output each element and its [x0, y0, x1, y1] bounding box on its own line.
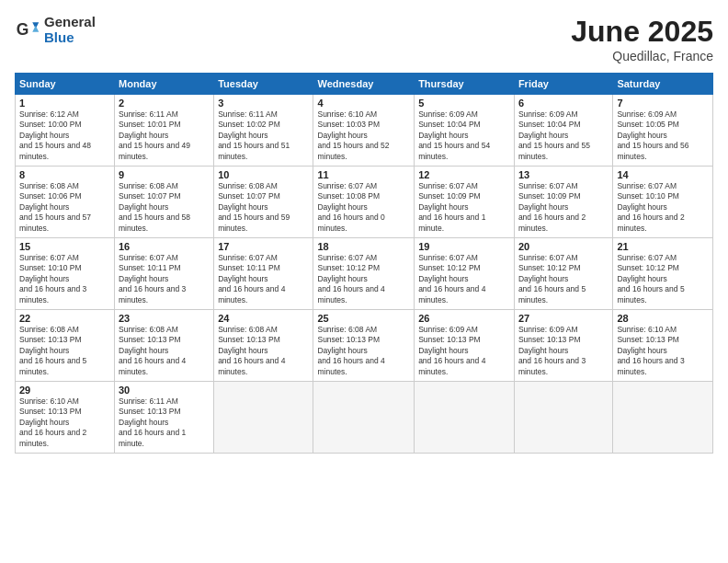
table-row: 20 Sunrise: 6:07 AMSunset: 10:12 PMDayli… — [514, 238, 612, 310]
day-info: Sunrise: 6:07 AMSunset: 10:12 PMDaylight… — [518, 253, 586, 304]
table-row: 25 Sunrise: 6:08 AMSunset: 10:13 PMDayli… — [313, 310, 415, 382]
day-number: 19 — [418, 241, 510, 252]
table-row: 9 Sunrise: 6:08 AMSunset: 10:07 PMDaylig… — [115, 167, 214, 238]
table-row: 2 Sunrise: 6:11 AMSunset: 10:01 PMDaylig… — [115, 95, 214, 167]
day-number: 28 — [617, 313, 709, 324]
day-info: Sunrise: 6:08 AMSunset: 10:13 PMDaylight… — [119, 325, 186, 376]
day-number: 10 — [218, 169, 309, 180]
day-info: Sunrise: 6:07 AMSunset: 10:10 PMDaylight… — [19, 253, 86, 304]
title-block: June 2025 Quedillac, France — [571, 15, 713, 63]
day-number: 24 — [218, 313, 309, 324]
day-info: Sunrise: 6:07 AMSunset: 10:11 PMDaylight… — [119, 253, 186, 304]
day-info: Sunrise: 6:08 AMSunset: 10:07 PMDaylight… — [218, 181, 290, 233]
table-row: 8 Sunrise: 6:08 AMSunset: 10:06 PMDaylig… — [16, 167, 115, 238]
day-number: 27 — [518, 313, 609, 324]
table-row — [214, 382, 313, 454]
day-info: Sunrise: 6:07 AMSunset: 10:12 PMDaylight… — [418, 253, 485, 304]
table-row: 3 Sunrise: 6:11 AMSunset: 10:02 PMDaylig… — [214, 95, 313, 167]
table-row: 30 Sunrise: 6:11 AMSunset: 10:13 PMDayli… — [115, 382, 214, 454]
day-number: 25 — [317, 313, 410, 324]
day-number: 1 — [19, 98, 110, 109]
col-wednesday: Wednesday — [313, 74, 415, 95]
table-row: 28 Sunrise: 6:10 AMSunset: 10:13 PMDayli… — [613, 310, 713, 382]
table-row: 6 Sunrise: 6:09 AMSunset: 10:04 PMDaylig… — [514, 95, 612, 167]
title-location: Quedillac, France — [571, 49, 713, 63]
day-info: Sunrise: 6:07 AMSunset: 10:12 PMDaylight… — [617, 253, 684, 304]
table-row: 29 Sunrise: 6:10 AMSunset: 10:13 PMDayli… — [16, 382, 115, 454]
day-info: Sunrise: 6:11 AMSunset: 10:02 PMDaylight… — [218, 109, 290, 161]
table-row: 14 Sunrise: 6:07 AMSunset: 10:10 PMDayli… — [613, 167, 713, 238]
col-tuesday: Tuesday — [214, 74, 313, 95]
day-info: Sunrise: 6:08 AMSunset: 10:13 PMDaylight… — [19, 325, 86, 376]
table-row: 5 Sunrise: 6:09 AMSunset: 10:04 PMDaylig… — [415, 95, 515, 167]
day-info: Sunrise: 6:08 AMSunset: 10:06 PMDaylight… — [19, 181, 91, 233]
day-info: Sunrise: 6:08 AMSunset: 10:13 PMDaylight… — [218, 325, 285, 376]
table-row: 11 Sunrise: 6:07 AMSunset: 10:08 PMDayli… — [313, 167, 415, 238]
day-number: 26 — [418, 313, 510, 324]
day-info: Sunrise: 6:10 AMSunset: 10:03 PMDaylight… — [317, 109, 389, 161]
table-row: 27 Sunrise: 6:09 AMSunset: 10:13 PMDayli… — [514, 310, 612, 382]
header: G General Blue June 2025 Quedillac, Fran… — [15, 15, 713, 63]
day-info: Sunrise: 6:08 AMSunset: 10:07 PMDaylight… — [119, 181, 190, 233]
day-number: 6 — [518, 98, 609, 109]
col-monday: Monday — [115, 74, 214, 95]
day-number: 13 — [518, 169, 609, 180]
day-number: 17 — [218, 241, 309, 252]
day-info: Sunrise: 6:10 AMSunset: 10:13 PMDaylight… — [19, 396, 86, 448]
day-number: 11 — [317, 169, 410, 180]
table-row: 10 Sunrise: 6:08 AMSunset: 10:07 PMDayli… — [214, 167, 313, 238]
day-number: 22 — [19, 313, 110, 324]
day-number: 5 — [418, 98, 510, 109]
day-info: Sunrise: 6:09 AMSunset: 10:13 PMDaylight… — [518, 325, 586, 376]
day-info: Sunrise: 6:07 AMSunset: 10:09 PMDaylight… — [518, 181, 586, 233]
day-number: 20 — [518, 241, 609, 252]
day-number: 3 — [218, 98, 309, 109]
day-number: 29 — [19, 385, 110, 396]
day-info: Sunrise: 6:09 AMSunset: 10:13 PMDaylight… — [418, 325, 485, 376]
day-info: Sunrise: 6:07 AMSunset: 10:12 PMDaylight… — [317, 253, 384, 304]
day-number: 18 — [317, 241, 410, 252]
day-info: Sunrise: 6:11 AMSunset: 10:13 PMDaylight… — [119, 396, 186, 448]
table-row: 12 Sunrise: 6:07 AMSunset: 10:09 PMDayli… — [415, 167, 515, 238]
day-info: Sunrise: 6:12 AMSunset: 10:00 PMDaylight… — [19, 109, 91, 161]
day-info: Sunrise: 6:09 AMSunset: 10:04 PMDaylight… — [518, 109, 590, 161]
table-row: 7 Sunrise: 6:09 AMSunset: 10:05 PMDaylig… — [613, 95, 713, 167]
table-row: 23 Sunrise: 6:08 AMSunset: 10:13 PMDayli… — [115, 310, 214, 382]
svg-text:G: G — [17, 20, 29, 39]
day-number: 8 — [19, 169, 110, 180]
title-month: June 2025 — [571, 15, 713, 49]
table-row: 24 Sunrise: 6:08 AMSunset: 10:13 PMDayli… — [214, 310, 313, 382]
day-number: 16 — [119, 241, 210, 252]
logo-general: General — [44, 15, 96, 30]
day-number: 15 — [19, 241, 110, 252]
day-info: Sunrise: 6:10 AMSunset: 10:13 PMDaylight… — [617, 325, 684, 376]
logo-text: General Blue — [44, 15, 96, 45]
calendar-table: Sunday Monday Tuesday Wednesday Thursday… — [15, 73, 713, 454]
day-number: 23 — [119, 313, 210, 324]
logo-icon: G — [15, 17, 40, 43]
day-number: 21 — [617, 241, 709, 252]
table-row: 1 Sunrise: 6:12 AMSunset: 10:00 PMDaylig… — [16, 95, 115, 167]
table-row — [613, 382, 713, 454]
table-row: 17 Sunrise: 6:07 AMSunset: 10:11 PMDayli… — [214, 238, 313, 310]
col-sunday: Sunday — [16, 74, 115, 95]
col-saturday: Saturday — [613, 74, 713, 95]
day-info: Sunrise: 6:09 AMSunset: 10:05 PMDaylight… — [617, 109, 688, 161]
day-number: 2 — [119, 98, 210, 109]
day-info: Sunrise: 6:07 AMSunset: 10:11 PMDaylight… — [218, 253, 285, 304]
day-number: 7 — [617, 98, 709, 109]
logo-blue: Blue — [44, 30, 96, 46]
day-info: Sunrise: 6:11 AMSunset: 10:01 PMDaylight… — [119, 109, 190, 161]
day-info: Sunrise: 6:09 AMSunset: 10:04 PMDaylight… — [418, 109, 490, 161]
day-number: 12 — [418, 169, 510, 180]
table-row: 19 Sunrise: 6:07 AMSunset: 10:12 PMDayli… — [415, 238, 515, 310]
col-friday: Friday — [514, 74, 612, 95]
table-row: 22 Sunrise: 6:08 AMSunset: 10:13 PMDayli… — [16, 310, 115, 382]
table-row: 4 Sunrise: 6:10 AMSunset: 10:03 PMDaylig… — [313, 95, 415, 167]
table-row: 21 Sunrise: 6:07 AMSunset: 10:12 PMDayli… — [613, 238, 713, 310]
logo: G General Blue — [15, 15, 96, 45]
table-row: 18 Sunrise: 6:07 AMSunset: 10:12 PMDayli… — [313, 238, 415, 310]
calendar-page: G General Blue June 2025 Quedillac, Fran… — [0, 0, 728, 563]
col-thursday: Thursday — [415, 74, 515, 95]
table-row: 16 Sunrise: 6:07 AMSunset: 10:11 PMDayli… — [115, 238, 214, 310]
